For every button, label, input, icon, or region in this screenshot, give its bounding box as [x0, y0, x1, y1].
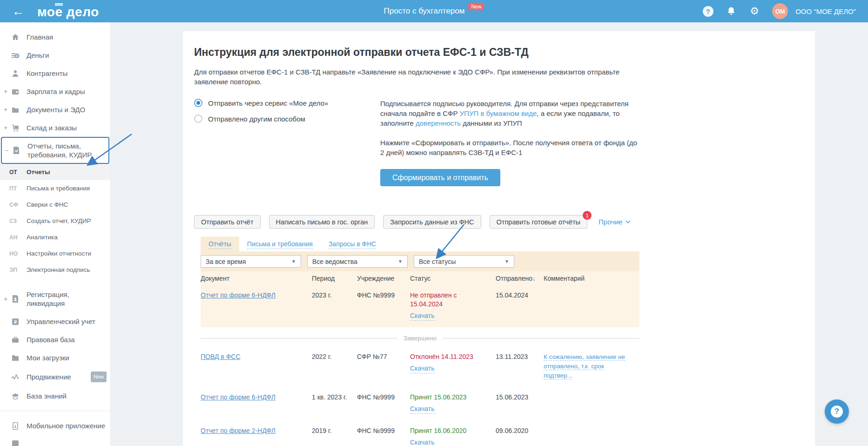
sidebar-item-registration[interactable]: + Регистрация, ликвидация: [0, 285, 110, 312]
upup-paper-link[interactable]: УПУП в бумажном виде: [460, 109, 537, 117]
sidebar-item-salary[interactable]: + Зарплата и кадры: [0, 82, 110, 101]
tab-fns-requests[interactable]: Запросы в ФНС: [321, 237, 384, 251]
tab-reports[interactable]: Отчёты: [201, 237, 239, 251]
period-cell: 2023 г.: [312, 291, 357, 321]
subitem-code: ПТ: [9, 185, 20, 192]
bell-icon[interactable]: [726, 6, 737, 17]
registration-doc-icon: [11, 295, 20, 303]
radio-group: Отправить через сервис «Мое дело» Отправ…: [194, 99, 369, 191]
sidebar-item-downloads[interactable]: Мои загрузки: [0, 349, 110, 367]
comment-cell[interactable]: К сожалению, заявление не отправлено, т.…: [544, 352, 639, 380]
note-paragraph-2: Нажмите «Сформировать и отправить». Посл…: [380, 138, 641, 157]
sidebar-item-label: Регистрация, ликвидация: [27, 290, 107, 308]
report-tabs: Отчёты Письма и требования Запросы в ФНС: [201, 237, 639, 251]
sidebar-item-mobile-app[interactable]: Мобильное приложение: [0, 417, 110, 435]
app-logo[interactable]: мое дело: [37, 3, 99, 20]
promo-link[interactable]: Просто с бухгалтером New: [384, 7, 484, 16]
company-name[interactable]: ООО "МОЕ ДЕЛО": [795, 7, 856, 15]
document-link[interactable]: Отчет по форме 2-НДФЛ: [201, 427, 276, 434]
sidebar-item-documents[interactable]: + Документы и ЭДО: [0, 101, 110, 119]
table-header-row: Документ Период Учреждение Статус Отправ…: [201, 271, 639, 286]
col-header-sent[interactable]: Отправлено↓: [496, 274, 544, 283]
sidebar-item-cutoff[interactable]: [0, 435, 110, 446]
radio-unselected-icon[interactable]: [194, 115, 202, 123]
more-dropdown[interactable]: Прочие: [599, 218, 631, 226]
subitem-code: НО: [9, 250, 20, 257]
sidebar-item-money[interactable]: ₽ Деньги: [0, 46, 110, 64]
period-cell: 2019 г.: [312, 426, 357, 446]
send-options-block: Отправить через сервис «Мое дело» Отправ…: [194, 99, 801, 191]
radio-send-via-service[interactable]: Отправить через сервис «Мое дело»: [194, 99, 369, 107]
agency-filter-select[interactable]: Все ведомства▼: [307, 255, 408, 268]
avatar[interactable]: ОМ: [772, 3, 788, 19]
write-letter-button[interactable]: Написать письмо в гос. орган: [269, 215, 375, 229]
sidebar-subitem-reports[interactable]: ОТ Отчеты: [0, 164, 110, 180]
col-header-period: Период: [312, 274, 357, 283]
sidebar-subitem-fns-checks[interactable]: СФ Сверки с ФНС: [0, 196, 110, 213]
subitem-code: ОТ: [9, 169, 20, 176]
sidebar-subitem-letters[interactable]: ПТ Письма и требования: [0, 180, 110, 196]
expand-minus[interactable]: −: [5, 146, 12, 155]
sent-date-cell: 13.11.2023: [496, 352, 544, 380]
expand-plus[interactable]: +: [4, 123, 11, 132]
sidebar-item-label: Отчеты, письма, требования, КУДИР: [27, 142, 106, 159]
download-link[interactable]: Скачать: [410, 405, 435, 414]
question-mark-icon: ?: [831, 405, 843, 418]
dropdown-triangle-icon: ▼: [398, 259, 403, 264]
sidebar-item-legal-base[interactable]: Правовая база: [0, 331, 110, 349]
sidebar-subitem-create-report[interactable]: СЗ Создать отчет, КУДИР: [0, 213, 110, 229]
status-filter-select[interactable]: Все статусы▼: [414, 255, 514, 268]
send-ready-reports-button[interactable]: Отправить готовые отчёты1: [490, 215, 587, 229]
download-link[interactable]: Скачать: [410, 311, 435, 321]
top-bar: ← мое дело Просто с бухгалтером New ? ⚙ …: [0, 0, 868, 22]
subitem-label: Сверки с ФНС: [27, 201, 68, 208]
tab-letters[interactable]: Письма и требования: [239, 237, 321, 251]
comment-cell: [544, 426, 639, 446]
col-header-agency: Учреждение: [357, 274, 410, 283]
cutoff-icon: [11, 439, 20, 446]
document-link[interactable]: Отчет по форме 6-НДФЛ: [201, 291, 276, 299]
sidebar-item-promotion[interactable]: Продвижение New: [0, 367, 110, 387]
send-report-button[interactable]: Отправить отчёт: [194, 215, 261, 229]
dropdown-triangle-icon: ▼: [291, 259, 296, 264]
power-of-attorney-link[interactable]: доверенность: [416, 119, 461, 127]
sidebar-subitem-esignature[interactable]: ЭП Электронная подпись: [0, 262, 110, 278]
pulse-chart-icon: [11, 373, 20, 381]
wallet-icon: [11, 88, 20, 96]
sidebar-subitem-report-settings[interactable]: НО Настройки отчетности: [0, 245, 110, 262]
ruble-square-icon: ₽: [11, 318, 20, 326]
svg-text:₽: ₽: [14, 319, 17, 324]
subitem-code: СФ: [9, 202, 20, 208]
back-arrow-icon[interactable]: ←: [12, 5, 24, 17]
subitem-code: СЗ: [9, 218, 20, 224]
logo-accent-letter: е: [55, 3, 62, 19]
gear-icon[interactable]: ⚙: [749, 6, 760, 17]
sidebar-item-knowledge-base[interactable]: База знаний: [0, 387, 110, 405]
sidebar-item-warehouse[interactable]: + Склад и заказы: [0, 119, 110, 137]
period-filter-select[interactable]: За все время▼: [201, 255, 301, 268]
help-icon[interactable]: ?: [702, 6, 713, 17]
sidebar-item-reports[interactable]: − Отчеты, письма, требования, КУДИР: [1, 137, 109, 164]
expand-plus[interactable]: +: [4, 87, 11, 96]
expand-plus[interactable]: +: [4, 295, 11, 304]
download-link[interactable]: Скачать: [410, 364, 435, 373]
document-link[interactable]: Отчет по форме 6-НДФЛ: [201, 393, 276, 401]
subitem-label: Настройки отчетности: [27, 250, 91, 257]
report-doc-icon: [12, 146, 20, 155]
generate-and-send-button[interactable]: Сформировать и отправить: [380, 169, 500, 186]
radio-selected-icon[interactable]: [194, 99, 202, 107]
floating-help-button[interactable]: ?: [825, 399, 849, 424]
sidebar-item-contractors[interactable]: Контрагенты: [0, 64, 110, 82]
sidebar-subitem-analytics[interactable]: АН Аналитика: [0, 229, 110, 245]
report-actions-toolbar: Отправить отчёт Написать письмо в гос. о…: [194, 215, 801, 229]
logo-text-2: дело: [63, 5, 99, 19]
sidebar-item-label: Мои загрузки: [27, 353, 107, 362]
expand-plus[interactable]: +: [4, 105, 11, 114]
request-fns-data-button[interactable]: Запросить данные из ФНС: [383, 215, 481, 229]
sidebar-item-management[interactable]: ₽ Управленческий учет: [0, 312, 110, 331]
download-link[interactable]: Скачать: [410, 438, 435, 446]
count-badge: 1: [583, 211, 592, 220]
document-link[interactable]: ПОВД в ФСС: [201, 353, 241, 360]
radio-sent-other-way[interactable]: Отправлено другим способом: [194, 115, 369, 123]
sidebar-item-home[interactable]: Главная: [0, 28, 110, 46]
